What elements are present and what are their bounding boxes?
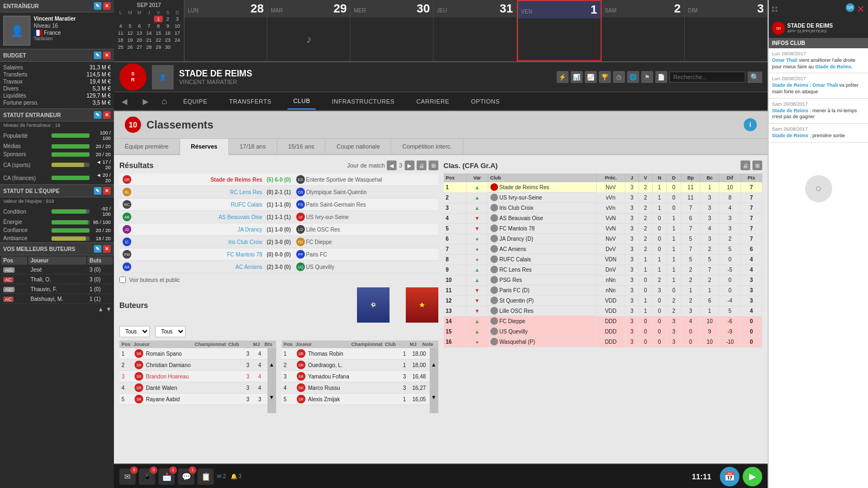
jour-next-button[interactable]: ▶ bbox=[405, 160, 414, 170]
bottom-doc-icon[interactable]: 📋 bbox=[197, 468, 214, 485]
clas-v: 1 bbox=[639, 254, 652, 265]
tab-equipe-premiere[interactable]: Équipe première bbox=[114, 139, 180, 154]
tab-15-16[interactable]: 15/16 ans bbox=[277, 139, 326, 154]
club-toolbar: ⚡ 📊 📈 🏆 ◷ 🌐 ⚑ 📄 🔍 bbox=[557, 71, 762, 83]
result-score: (1) 1-1 (1) bbox=[263, 214, 295, 220]
clas-th-n: N bbox=[653, 174, 667, 182]
clas-j: 3 bbox=[625, 182, 639, 192]
result-away: US Quevilly bbox=[306, 264, 436, 270]
budget-transferts-label: Transferts bbox=[3, 72, 28, 78]
bottom-phone-icon[interactable]: 📱3 bbox=[139, 468, 155, 485]
statut-equipe-close[interactable]: ✕ bbox=[103, 187, 111, 195]
nav-carriere[interactable]: CARRIERE bbox=[411, 94, 455, 109]
tab-reserves[interactable]: Réserves bbox=[180, 139, 229, 155]
clas-pos: 9 bbox=[444, 265, 467, 275]
nav-back-button[interactable]: ◀ bbox=[119, 96, 130, 107]
clas-n: 0 bbox=[653, 223, 667, 234]
toolbar-chart-icon[interactable]: 📈 bbox=[585, 71, 597, 83]
clas-print-button[interactable]: 🖨 bbox=[741, 160, 750, 170]
budget-close-icon[interactable]: ✕ bbox=[103, 52, 111, 59]
result-home: Stade de Reims Res bbox=[132, 177, 263, 183]
bottom-chat-icon[interactable]: 💬1 bbox=[178, 468, 194, 485]
budget-edit-icon[interactable]: ✎ bbox=[94, 52, 101, 59]
buteurs-left-scroll-up[interactable]: ▲ bbox=[267, 348, 276, 381]
voir-buteurs-checkbox[interactable] bbox=[119, 277, 126, 283]
jour-print-button[interactable]: 🖨 bbox=[417, 160, 426, 170]
nav-infra[interactable]: INFRASTRUCTURES bbox=[327, 94, 400, 109]
result-away: Paris FC bbox=[306, 252, 436, 258]
nav-forward-button[interactable]: ▶ bbox=[141, 96, 151, 107]
toolbar-trophy-icon[interactable]: 🏆 bbox=[599, 71, 611, 83]
club-search-input[interactable] bbox=[669, 72, 745, 82]
results-list: SR Stade de Reims Res (5) 6-0 (0) ES Ent… bbox=[119, 174, 438, 273]
clas-j: 3 bbox=[625, 296, 639, 306]
clas-club: FC Dieppe bbox=[488, 316, 597, 326]
clas-v: 2 bbox=[639, 203, 652, 213]
bottom-mail-icon[interactable]: ✉3 bbox=[119, 468, 136, 485]
buteurs-nav-down[interactable]: ▼ bbox=[106, 306, 112, 312]
jour-prev-button[interactable]: ◀ bbox=[387, 160, 397, 170]
clas-prec: nNn bbox=[597, 275, 626, 285]
buteurs-right-scroll-down[interactable]: ▼ bbox=[430, 381, 438, 413]
team-logo-home: RL bbox=[123, 188, 131, 196]
mobile-close-icon[interactable]: ✕ bbox=[857, 3, 865, 15]
buteurs-filter-right[interactable]: Tous bbox=[155, 326, 186, 337]
nav-transferts[interactable]: TRANSFERTS bbox=[224, 94, 277, 109]
clas-d: 2 bbox=[667, 296, 681, 306]
statut-entraineur-edit[interactable]: ✎ bbox=[94, 111, 101, 119]
week-day-tue: MAR29 ♪ bbox=[267, 0, 350, 61]
buteurs-edit[interactable]: ✎ bbox=[94, 245, 101, 253]
toolbar-energy-icon[interactable]: ⚡ bbox=[557, 71, 569, 83]
clas-bc: 6 bbox=[700, 296, 719, 306]
buteurs-filter-left[interactable]: Tous bbox=[119, 326, 150, 337]
statut-equipe-edit[interactable]: ✎ bbox=[94, 187, 101, 195]
clas-var: ● bbox=[467, 254, 488, 265]
clas-pts: 7 bbox=[741, 203, 762, 213]
result-away: Lille OSC Res bbox=[306, 227, 436, 233]
statut-entraineur-close[interactable]: ✕ bbox=[103, 111, 111, 119]
calendar-bottom-button[interactable]: 📅 bbox=[720, 467, 739, 486]
clas-pts: 3 bbox=[741, 296, 762, 306]
clas-prec: DDD bbox=[597, 316, 626, 326]
trainer-edit-icon[interactable]: ✎ bbox=[94, 2, 101, 10]
clas-pts: 7 bbox=[741, 223, 762, 234]
tab-coupe-nationale[interactable]: Coupe nationale bbox=[326, 139, 391, 154]
trainer-close-icon[interactable]: ✕ bbox=[103, 2, 111, 10]
budget-fortune-label: Fortune perso. bbox=[3, 100, 39, 106]
clas-filter-button[interactable]: ⊞ bbox=[752, 160, 762, 170]
play-button[interactable]: ▶ bbox=[743, 467, 762, 486]
nav-options[interactable]: OPTIONS bbox=[465, 94, 505, 109]
statut-entraineur-niveau: Niveau de l'entraîneur : 16 bbox=[0, 121, 114, 129]
toolbar-time-icon[interactable]: ◷ bbox=[613, 71, 625, 83]
classement-title: Clas. (CFA Gr.A) bbox=[444, 162, 498, 170]
buteurs-nav-up[interactable]: ▲ bbox=[98, 306, 104, 312]
table-row: FM FC Mantois 78 (0) 0-0 (0) PF Paris FC bbox=[119, 248, 438, 261]
buteurs-right-scroll-up[interactable]: ▲ bbox=[430, 348, 438, 381]
bottom-mail2-icon[interactable]: 📩1 bbox=[158, 468, 175, 485]
toolbar-globe-icon[interactable]: 🌐 bbox=[627, 71, 639, 83]
buteurs-close[interactable]: ✕ bbox=[103, 245, 111, 253]
clas-bc: 4 bbox=[700, 223, 719, 234]
week-day-fri[interactable]: VEN1 bbox=[517, 0, 602, 61]
clas-bp: 4 bbox=[681, 316, 700, 326]
club-search-button[interactable]: 🔍 bbox=[748, 72, 762, 83]
buteurs-left-scroll-down[interactable]: ▼ bbox=[267, 381, 276, 413]
toolbar-doc-icon[interactable]: 📄 bbox=[655, 71, 667, 83]
clas-n: 1 bbox=[653, 182, 667, 192]
jour-filter-button[interactable]: ⊞ bbox=[429, 160, 438, 170]
mobile-app-icon[interactable]: SR bbox=[846, 3, 854, 12]
clas-var: ▲ bbox=[467, 265, 488, 275]
nav-club[interactable]: CLUB bbox=[288, 93, 315, 110]
toolbar-flag-icon[interactable]: ⚑ bbox=[641, 71, 653, 83]
toolbar-stats-icon[interactable]: 📊 bbox=[571, 71, 583, 83]
table-row: 3 ▲ Iris Club Croix vVn 3 2 1 0 7 3 4 7 bbox=[444, 203, 762, 213]
tab-competition-interc[interactable]: Compétition interc. bbox=[391, 139, 463, 154]
nav-equipe[interactable]: ÉQUIPE bbox=[178, 94, 213, 109]
clas-th-pos: Pos bbox=[444, 174, 467, 182]
clas-pts: 0 bbox=[741, 316, 762, 326]
clas-bp: 11 bbox=[681, 192, 700, 203]
nav-home-button[interactable]: ⌂ bbox=[162, 97, 167, 106]
tab-17-18[interactable]: 17/18 ans bbox=[229, 139, 277, 154]
info-icon[interactable]: i bbox=[744, 118, 757, 131]
clas-v: 0 bbox=[639, 285, 652, 296]
